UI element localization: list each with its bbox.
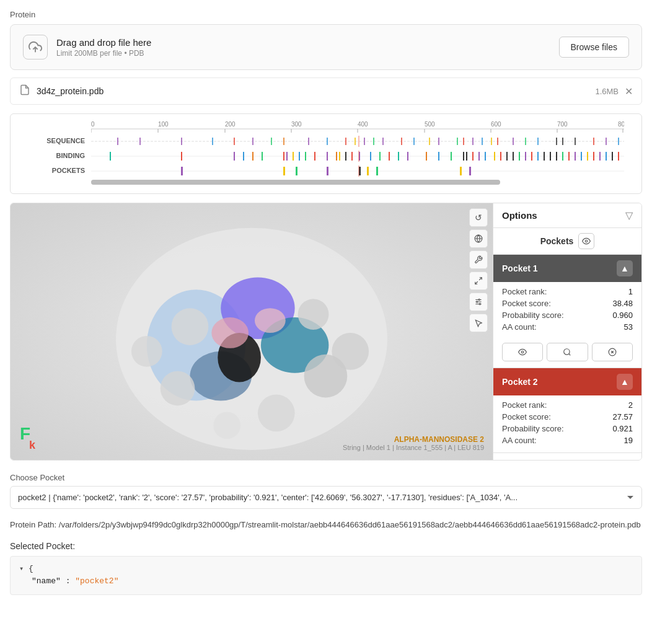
svg-point-134 — [213, 412, 240, 439]
sequence-viewer: 0 100 200 300 400 500 600 700 80 — [10, 113, 642, 194]
svg-rect-52 — [593, 138, 594, 145]
svg-point-151 — [564, 349, 570, 355]
svg-text:800: 800 — [618, 121, 624, 128]
svg-point-150 — [521, 351, 524, 353]
svg-text:300: 300 — [291, 121, 302, 128]
svg-rect-92 — [519, 152, 520, 161]
svg-rect-104 — [593, 152, 594, 161]
svg-rect-77 — [389, 152, 390, 161]
svg-rect-78 — [398, 152, 399, 161]
pocket1-collapse-button[interactable]: ▲ — [617, 260, 633, 276]
svg-rect-76 — [379, 152, 381, 161]
svg-rect-42 — [472, 138, 474, 145]
svg-point-129 — [172, 308, 209, 345]
pocket1-search-button[interactable] — [547, 343, 588, 361]
pocket1-aa-label: AA count: — [502, 322, 537, 332]
svg-rect-49 — [556, 138, 557, 145]
file-close-button[interactable]: ✕ — [625, 86, 633, 97]
svg-rect-33 — [364, 138, 365, 145]
svg-rect-37 — [413, 138, 415, 145]
reset-view-button[interactable]: ↺ — [469, 208, 488, 227]
protein-name-label: ALPHA-MANNOSIDASE 2 — [343, 435, 484, 444]
svg-line-152 — [569, 354, 571, 356]
svg-text:0: 0 — [91, 121, 95, 128]
pocket2-prob-label: Probability score: — [502, 424, 564, 433]
sliders-button[interactable] — [469, 293, 488, 311]
svg-point-147 — [477, 301, 478, 302]
svg-point-133 — [258, 395, 295, 432]
upload-subtitle: Limit 200MB per file • PDB — [56, 49, 151, 58]
svg-rect-119 — [469, 167, 471, 175]
svg-rect-36 — [401, 138, 402, 145]
pocket2-score-label: Pocket score: — [502, 412, 551, 421]
viewer-area[interactable]: ALPHA-MANNOSIDASE 2 String | Model 1 | I… — [11, 203, 493, 460]
pocket1-close-button[interactable] — [592, 343, 633, 361]
svg-text:100: 100 — [158, 121, 169, 128]
pocket1-eye-button[interactable] — [502, 343, 543, 361]
svg-rect-64 — [286, 152, 288, 161]
svg-rect-90 — [506, 152, 508, 161]
svg-rect-60 — [243, 152, 244, 161]
svg-rect-107 — [612, 152, 613, 161]
pocket1-rank-value: 1 — [628, 287, 633, 296]
pocket-select[interactable]: pocket2 | {'name': 'pocket2', 'rank': '2… — [10, 486, 642, 509]
file-item: 3d4z_protein.pdb 1.6MB ✕ — [10, 77, 642, 105]
svg-rect-100 — [568, 152, 570, 161]
svg-rect-79 — [407, 152, 408, 161]
svg-rect-63 — [283, 152, 284, 161]
pocket2-prob-value: 0.921 — [612, 424, 633, 433]
json-colon: : — [66, 576, 76, 586]
binding-row-label: BINDING — [17, 152, 91, 159]
svg-rect-58 — [181, 152, 182, 161]
options-chevron-icon[interactable]: ▽ — [625, 210, 633, 221]
svg-rect-35 — [382, 138, 384, 145]
svg-point-135 — [131, 336, 162, 367]
svg-rect-67 — [305, 152, 306, 161]
svg-line-142 — [475, 281, 478, 284]
svg-rect-112 — [283, 167, 285, 175]
choose-pocket-label: Choose Pocket — [10, 473, 642, 482]
svg-text:500: 500 — [425, 121, 435, 128]
wrench-button[interactable] — [469, 250, 488, 269]
pocket2-rank-value: 2 — [628, 400, 633, 410]
svg-rect-94 — [531, 152, 532, 161]
svg-point-146 — [478, 299, 480, 300]
svg-rect-89 — [500, 152, 501, 161]
svg-rect-96 — [544, 152, 545, 161]
svg-point-136 — [332, 333, 369, 370]
svg-rect-34 — [373, 138, 374, 145]
svg-rect-29 — [308, 138, 309, 145]
pocket1-rank-label: Pocket rank: — [502, 287, 547, 296]
svg-rect-103 — [587, 152, 588, 161]
svg-rect-68 — [314, 152, 315, 161]
svg-rect-53 — [606, 138, 607, 145]
expand-button[interactable] — [469, 271, 488, 290]
svg-rect-116 — [367, 167, 369, 175]
svg-rect-57 — [110, 152, 111, 161]
svg-rect-70 — [336, 152, 337, 161]
upload-title: Drag and drop file here — [56, 37, 151, 48]
cursor-button[interactable] — [469, 314, 488, 332]
protein-path-text: Protein Path: /var/folders/2p/y3wbjwp94f… — [10, 519, 642, 531]
pockets-eye-button[interactable] — [578, 233, 594, 249]
json-name-value: "pocket2" — [75, 576, 118, 586]
svg-rect-87 — [485, 152, 486, 161]
browse-files-button[interactable]: Browse files — [559, 37, 629, 58]
svg-rect-82 — [451, 152, 452, 161]
svg-rect-99 — [562, 152, 563, 161]
svg-rect-101 — [575, 152, 576, 161]
json-name-key: "name" — [32, 576, 61, 586]
svg-rect-72 — [345, 152, 346, 161]
pocket1-score-value: 38.48 — [612, 299, 633, 308]
svg-rect-51 — [575, 138, 576, 145]
svg-rect-47 — [525, 138, 526, 145]
pocket2-collapse-button[interactable]: ▲ — [617, 374, 633, 390]
svg-rect-102 — [581, 152, 582, 161]
json-arrow-icon: ▾ — [19, 565, 24, 573]
svg-rect-45 — [497, 138, 498, 145]
svg-rect-26 — [252, 138, 253, 145]
choose-pocket-section: Choose Pocket pocket2 | {'name': 'pocket… — [10, 473, 642, 509]
globe-button[interactable] — [469, 229, 488, 248]
options-panel: Options ▽ Pockets Pocket 1 ▲ Pocket rank… — [493, 203, 641, 460]
svg-rect-117 — [376, 167, 378, 175]
